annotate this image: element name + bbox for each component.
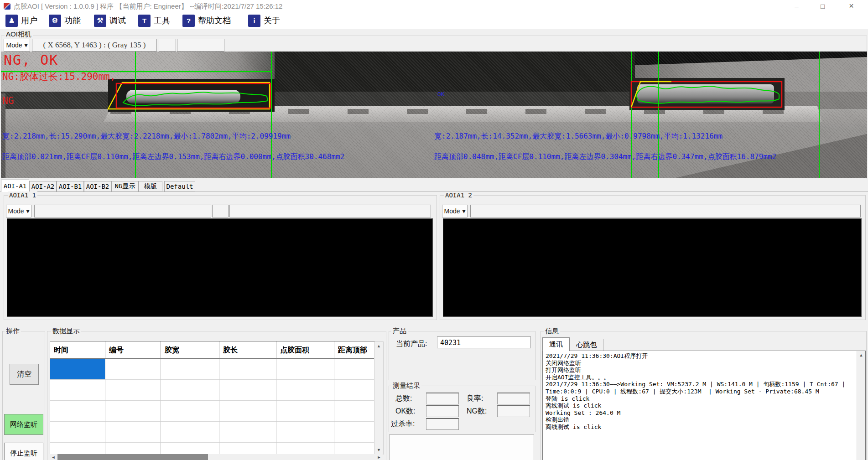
pixel-coordinate-readout: ( X 6568, Y 1463 ) : ( Gray 135 ): [32, 39, 157, 52]
tab-template[interactable]: 模版: [139, 181, 162, 192]
col-header-dist-top[interactable]: 距离顶部: [334, 341, 374, 359]
stop-listen-button[interactable]: 停止监听: [4, 443, 43, 460]
tab-comm[interactable]: 通讯: [542, 337, 570, 351]
comm-log-panel[interactable]: 2021/7/29 11:36:30:AOI程序打开 关闭网络监听 打开网络监听…: [542, 351, 866, 460]
camera-mode-dropdown[interactable]: Mode▾: [4, 39, 30, 52]
camera-mode-field-small: [159, 39, 176, 52]
log-line: 关闭网络监听: [546, 360, 863, 367]
ok-count-label: OK数:: [395, 407, 416, 416]
aoia1-1-field2: [212, 205, 229, 217]
scroll-up-icon[interactable]: ▲: [374, 342, 383, 350]
menu-item-debug[interactable]: ⚒ 调试: [94, 14, 126, 27]
right-measure-line2: 距离顶部0.048mm,距离CF层0.110mm,距离左边界0.304mm,距离…: [434, 152, 776, 162]
current-product-label: 当前产品:: [396, 339, 427, 349]
tab-ng-display[interactable]: NG显示: [111, 181, 139, 192]
log-line: 2021/7/29 11:36:30:AOI程序打开: [546, 352, 863, 360]
col-header-glue-area[interactable]: 点胶面积: [276, 341, 334, 359]
log-line: 开启AOI监控工具。。。: [546, 374, 863, 381]
chevron-down-icon: ▾: [25, 41, 28, 49]
menu-bar: ♟ 用户 ⚙ 功能 ⚒ 调试 T 工具 ? 帮助文档 i 关于: [0, 12, 868, 29]
operate-group-label: 操作: [5, 327, 21, 336]
table-row[interactable]: [50, 359, 374, 380]
camera-group-label: AOI相机: [5, 30, 33, 39]
total-label: 总数:: [395, 394, 412, 403]
menu-item-about[interactable]: i 关于: [248, 14, 280, 27]
log-line: 2021/7/29 11:36:30——>Working Set: VM:523…: [546, 381, 863, 388]
log-line: Time:0:0:9 | CPU:0 | 线程数:67 | 提交大小:123M …: [546, 388, 863, 395]
table-row[interactable]: [50, 380, 374, 401]
info-icon: i: [248, 15, 260, 27]
ng-count-label: NG数:: [467, 407, 487, 416]
maximize-button[interactable]: □: [810, 0, 836, 12]
table-row[interactable]: [50, 443, 374, 455]
product-note-box: [389, 434, 534, 460]
table-header-row: 时间 编号 胶宽 胶长 点胶面积 距离顶部: [50, 341, 374, 359]
log-line: 离线测试 is click: [546, 402, 863, 409]
yield-label: 良率:: [467, 394, 483, 403]
data-table-group-label: 数据显示: [51, 327, 81, 336]
aoia1-1-groupbox: AOIA1_1 Mode▾: [4, 195, 437, 320]
table-row[interactable]: [50, 422, 374, 443]
measure-groupbox: 总数: 良率: OK数: NG数: 过杀率:: [389, 386, 535, 432]
minimize-button[interactable]: –: [784, 0, 810, 12]
aoia1-2-mode-dropdown[interactable]: Mode▾: [442, 205, 468, 217]
app-icon: [4, 3, 10, 10]
inspection-result-text: NG, OK: [4, 52, 58, 68]
overkill-label: 过杀率:: [391, 419, 415, 429]
aoia1-1-image-panel[interactable]: [7, 218, 433, 317]
menu-item-tools[interactable]: T 工具: [138, 14, 170, 27]
menu-item-help[interactable]: ? 帮助文档: [182, 14, 231, 27]
camera-mode-field: [177, 39, 224, 52]
title-bar: 点胶AOI [ Version : 1.0.0.9 ] 程序 【当前用户: En…: [0, 0, 868, 12]
info-group-label: 信息: [544, 327, 560, 336]
menu-item-user[interactable]: ♟ 用户: [5, 14, 37, 27]
log-line: 离线测试 is click: [546, 424, 863, 431]
scroll-up-icon[interactable]: ▲: [857, 351, 865, 359]
col-header-time[interactable]: 时间: [50, 341, 105, 359]
log-line: 打开网络监听: [546, 367, 863, 374]
left-glue-contour: [123, 92, 268, 106]
menu-item-function[interactable]: ⚙ 功能: [49, 14, 81, 27]
measure-group-label: 测量结果: [391, 382, 421, 390]
data-table[interactable]: 时间 编号 胶宽 胶长 点胶面积 距离顶部: [50, 341, 374, 455]
product-group-label: 产品: [391, 327, 408, 336]
ng-flag-text: NG: [2, 95, 14, 106]
aoia1-2-label: AOIA1_2: [444, 191, 473, 199]
aoia1-1-mode-dropdown[interactable]: Mode▾: [6, 205, 31, 217]
col-header-glue-length[interactable]: 胶长: [219, 341, 276, 359]
scroll-left-icon[interactable]: ◄: [50, 454, 57, 460]
wrench-icon: ⚒: [94, 15, 106, 27]
current-product-input[interactable]: 40231: [437, 336, 531, 348]
scroll-down-icon[interactable]: ▼: [374, 446, 383, 454]
tab-default[interactable]: Default: [164, 181, 195, 192]
tab-heartbeat[interactable]: 心跳包: [570, 339, 603, 351]
selected-cell[interactable]: [50, 359, 105, 380]
aoia1-1-field3: [229, 205, 431, 217]
scroll-right-icon[interactable]: ►: [375, 454, 383, 460]
table-row[interactable]: [50, 401, 374, 422]
log-line: 登陆 is click: [546, 395, 863, 403]
close-button[interactable]: ×: [838, 0, 864, 12]
table-vscrollbar[interactable]: ▲ ▼: [374, 341, 384, 455]
window-title: 点胶AOI [ Version : 1.0.0.9 ] 程序 【当前用户: En…: [14, 2, 282, 11]
clear-button[interactable]: 清空: [10, 364, 39, 385]
col-header-id[interactable]: 编号: [105, 341, 161, 359]
left-measure-line1: 宽:2.218mm,长:15.290mm,最大胶宽:2.2218mm,最小:1.…: [2, 132, 291, 141]
hscroll-thumb[interactable]: [57, 454, 208, 460]
chevron-down-icon: ▾: [26, 207, 30, 215]
network-listen-button[interactable]: 网络监听: [4, 414, 43, 435]
tab-aoi-b2[interactable]: AOI-B2: [84, 181, 111, 192]
camera-view[interactable]: NG, OK NG:胶体过长:15.290mm, NG OK 宽:2.218mm…: [1, 52, 867, 178]
tab-aoi-b1[interactable]: AOI-B1: [57, 181, 84, 192]
tab-aoi-a2[interactable]: AOI-A2: [29, 181, 57, 192]
right-glue-contour: [636, 86, 779, 103]
tab-aoi-a1[interactable]: AOI-A1: [1, 180, 29, 192]
col-header-glue-width[interactable]: 胶宽: [161, 341, 219, 359]
aoia1-2-image-panel[interactable]: [443, 218, 862, 317]
user-icon: ♟: [5, 15, 18, 27]
ok-count-value-box: [426, 405, 459, 417]
log-vscrollbar[interactable]: ▲: [857, 351, 865, 460]
total-value-box: [426, 393, 459, 404]
chevron-down-icon: ▾: [463, 207, 466, 215]
table-hscrollbar[interactable]: ◄ ►: [50, 454, 383, 460]
